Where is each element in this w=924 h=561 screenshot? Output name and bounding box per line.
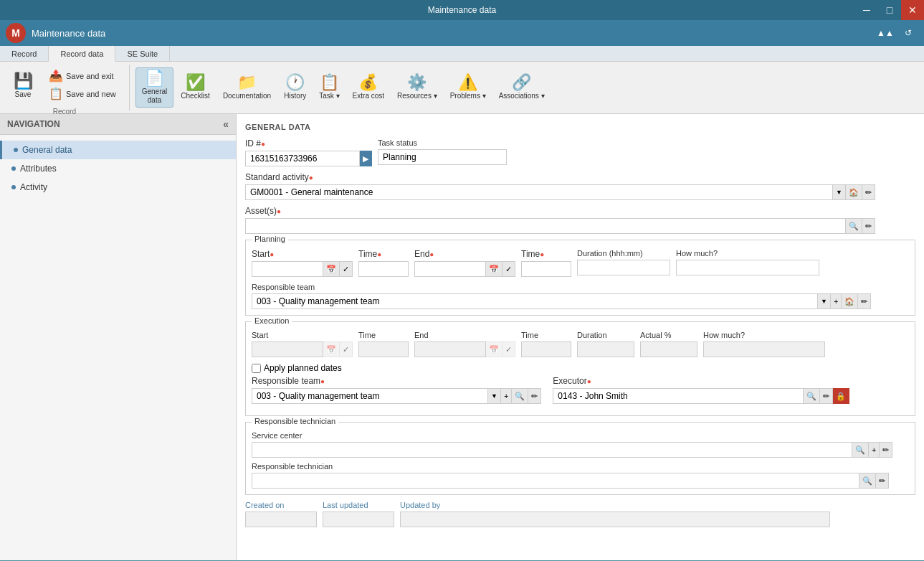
- planning-team-pick[interactable]: 🏠: [842, 293, 858, 309]
- exec-end-time-input[interactable]: [521, 341, 571, 357]
- resources-button[interactable]: ⚙️ Resources ▾: [391, 67, 443, 108]
- exec-start-clear[interactable]: ✓: [340, 341, 353, 357]
- planning-end-clear[interactable]: ✓: [503, 261, 515, 277]
- apply-planned-dates-checkbox[interactable]: [252, 364, 261, 373]
- service-center-edit[interactable]: ✏: [880, 442, 892, 458]
- save-new-button[interactable]: 📋 Save and new: [44, 85, 120, 102]
- extra-cost-icon: 💰: [358, 75, 378, 90]
- app-bar: M Maintenance data ▲▲ ↺: [0, 20, 924, 46]
- exec-end-input[interactable]: [414, 341, 486, 357]
- history-button[interactable]: 🕐 History: [278, 67, 312, 108]
- resp-technician-search[interactable]: 🔍: [859, 473, 876, 489]
- save-button[interactable]: 💾 Save: [6, 66, 40, 106]
- sidebar-item-general-data[interactable]: General data: [0, 141, 236, 159]
- exec-time-input[interactable]: [358, 341, 409, 357]
- planning-team-edit[interactable]: ✏: [858, 293, 871, 309]
- planning-team-input[interactable]: [252, 293, 818, 309]
- exec-start-input[interactable]: [252, 341, 323, 357]
- assets-input[interactable]: [245, 218, 846, 234]
- assets-edit[interactable]: ✏: [862, 218, 875, 234]
- exec-time-label: Time: [358, 331, 409, 339]
- sidebar-item-attributes[interactable]: Attributes: [0, 159, 236, 178]
- task-button[interactable]: 📋 Task ▾: [313, 67, 345, 108]
- planning-time-group: Time●: [358, 249, 409, 277]
- exec-actual-input[interactable]: [640, 341, 697, 357]
- planning-team-dropdown[interactable]: ▼: [818, 293, 831, 309]
- exec-executor-search[interactable]: 🔍: [804, 388, 820, 404]
- exec-team-label: Responsible team●: [252, 376, 541, 386]
- updated-by-input[interactable]: [400, 512, 830, 527]
- service-center-input[interactable]: [252, 442, 852, 458]
- ribbon-tab-se-suite[interactable]: SE Suite: [115, 46, 170, 61]
- planning-start-input[interactable]: [252, 261, 323, 277]
- sidebar: NAVIGATION « General data Attributes Act…: [0, 114, 237, 560]
- planning-end-time-input[interactable]: [521, 261, 571, 277]
- resp-technician-edit[interactable]: ✏: [876, 473, 889, 489]
- task-status-input[interactable]: [378, 149, 507, 165]
- exec-team-add[interactable]: +: [501, 388, 512, 404]
- exec-executor-lock[interactable]: 🔒: [833, 388, 849, 404]
- planning-end-wrapper: 📅 ✓: [414, 261, 515, 277]
- exec-end-label: End: [414, 331, 515, 339]
- planning-end-input[interactable]: [414, 261, 486, 277]
- resp-technician-input[interactable]: [252, 473, 859, 489]
- task-icon: 📋: [320, 75, 339, 90]
- planning-start-wrapper: 📅 ✓: [252, 261, 353, 277]
- minimize-button[interactable]: ─: [855, 0, 878, 20]
- planning-team-add[interactable]: +: [831, 293, 842, 309]
- exec-howmuch-input[interactable]: [703, 341, 825, 357]
- exec-team-edit[interactable]: ✏: [528, 388, 541, 404]
- planning-duration-input[interactable]: [577, 260, 670, 275]
- id-input[interactable]: [245, 151, 360, 166]
- exec-end-calendar[interactable]: 📅: [486, 341, 503, 357]
- created-on-input[interactable]: [245, 512, 317, 527]
- exec-team-pick[interactable]: 🔍: [512, 388, 528, 404]
- exec-duration-input[interactable]: [577, 341, 634, 357]
- collapse-btn[interactable]: ▲▲: [875, 23, 895, 43]
- id-arrow-button[interactable]: ▶: [360, 151, 372, 166]
- exec-executor-edit[interactable]: ✏: [820, 388, 833, 404]
- associations-button[interactable]: 🔗 Associations ▾: [493, 67, 551, 108]
- footer-row: Created on Last updated Updated by: [245, 501, 915, 527]
- standard-activity-input[interactable]: [245, 184, 833, 200]
- exec-start-calendar[interactable]: 📅: [323, 341, 340, 357]
- id-taskstatus-row: ID #● ▶ Task status: [245, 138, 915, 166]
- assets-search[interactable]: 🔍: [846, 218, 862, 234]
- task-status-group: Task status: [378, 138, 507, 165]
- service-center-add[interactable]: +: [869, 442, 880, 458]
- exec-team-input[interactable]: [252, 388, 488, 404]
- close-button[interactable]: ✕: [901, 0, 924, 20]
- last-updated-input[interactable]: [323, 512, 394, 527]
- main-layout: NAVIGATION « General data Attributes Act…: [0, 114, 924, 560]
- standard-activity-pick[interactable]: 🏠: [846, 184, 862, 200]
- ribbon-group-items: 💾 Save 📤 Save and exit 📋 Save and new: [6, 66, 123, 106]
- standard-activity-dropdown[interactable]: ▼: [833, 184, 846, 200]
- sidebar-item-dot-3: [11, 185, 16, 189]
- sidebar-collapse-button[interactable]: «: [223, 118, 229, 130]
- ribbon-tab-record-data[interactable]: Record data: [49, 46, 115, 62]
- exec-executor-input[interactable]: [553, 388, 804, 404]
- save-exit-button[interactable]: 📤 Save and exit: [44, 67, 120, 84]
- extra-cost-button[interactable]: 💰 Extra cost: [347, 67, 390, 108]
- planning-end-calendar[interactable]: 📅: [486, 261, 503, 277]
- checklist-button[interactable]: ✅ Checklist: [175, 67, 216, 108]
- planning-end-group: End● 📅 ✓: [414, 249, 515, 277]
- maximize-button[interactable]: □: [878, 0, 901, 20]
- planning-howmuch-input[interactable]: [676, 260, 819, 275]
- service-center-search[interactable]: 🔍: [852, 442, 869, 458]
- exec-end-clear[interactable]: ✓: [503, 341, 515, 357]
- problems-button[interactable]: ⚠️ Problems ▾: [444, 67, 492, 108]
- refresh-btn[interactable]: ↺: [898, 23, 918, 43]
- exec-start-wrapper: 📅 ✓: [252, 341, 353, 357]
- planning-time-input[interactable]: [358, 261, 409, 277]
- created-on-label: Created on: [245, 501, 317, 509]
- general-data-button[interactable]: 📄 Generaldata: [135, 67, 174, 108]
- sidebar-item-dot-2: [11, 166, 16, 171]
- standard-activity-edit[interactable]: ✏: [862, 184, 875, 200]
- planning-start-clear[interactable]: ✓: [340, 261, 353, 277]
- planning-start-calendar[interactable]: 📅: [323, 261, 340, 277]
- exec-team-dropdown[interactable]: ▼: [488, 388, 501, 404]
- sidebar-item-activity[interactable]: Activity: [0, 178, 236, 197]
- documentation-button[interactable]: 📁 Documentation: [217, 67, 277, 108]
- ribbon-tab-record[interactable]: Record: [0, 46, 49, 61]
